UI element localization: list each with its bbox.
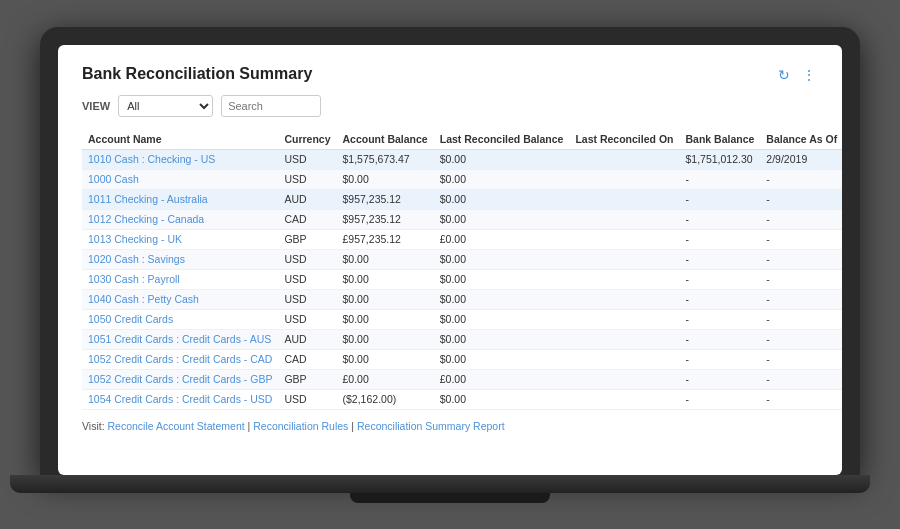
last-reconciled-balance-cell: £0.00 xyxy=(434,229,570,249)
col-last-reconciled-on: Last Reconciled On xyxy=(569,129,679,150)
last-reconciled-balance-cell: $0.00 xyxy=(434,349,570,369)
account-balance-cell: $957,235.12 xyxy=(337,189,434,209)
account-balance-cell: £957,235.12 xyxy=(337,229,434,249)
last-reconciled-balance-cell: $0.00 xyxy=(434,329,570,349)
balance-as-of-cell: - xyxy=(760,309,842,329)
refresh-button[interactable]: ↻ xyxy=(776,65,792,85)
account-name-link[interactable]: 1052 Credit Cards : Credit Cards - GBP xyxy=(88,373,272,385)
account-name-link[interactable]: 1011 Checking - Australia xyxy=(88,193,208,205)
table-row: 1000 CashUSD$0.00$0.00--- xyxy=(82,169,842,189)
bank-balance-cell: - xyxy=(679,349,760,369)
account-balance-cell: $0.00 xyxy=(337,329,434,349)
bank-balance-cell: - xyxy=(679,169,760,189)
account-name-link[interactable]: 1052 Credit Cards : Credit Cards - CAD xyxy=(88,353,272,365)
currency-cell: GBP xyxy=(278,369,336,389)
bank-balance-cell: - xyxy=(679,309,760,329)
last-reconciled-on-cell xyxy=(569,169,679,189)
last-reconciled-on-cell xyxy=(569,389,679,409)
account-balance-cell: £0.00 xyxy=(337,369,434,389)
last-reconciled-on-cell xyxy=(569,289,679,309)
view-select[interactable]: All Unreconciled Reconciled xyxy=(118,95,213,117)
table-row: 1051 Credit Cards : Credit Cards - AUSAU… xyxy=(82,329,842,349)
balance-as-of-cell: - xyxy=(760,289,842,309)
last-reconciled-on-cell xyxy=(569,249,679,269)
last-reconciled-on-cell xyxy=(569,329,679,349)
table-row: 1020 Cash : SavingsUSD$0.00$0.00--- xyxy=(82,249,842,269)
reconcile-account-statement-link[interactable]: Reconcile Account Statement xyxy=(107,420,244,432)
last-reconciled-on-cell xyxy=(569,369,679,389)
balance-as-of-cell: - xyxy=(760,249,842,269)
balance-as-of-cell: - xyxy=(760,269,842,289)
table-row: 1010 Cash : Checking - USUSD$1,575,673.4… xyxy=(82,149,842,169)
col-last-reconciled-balance: Last Reconciled Balance xyxy=(434,129,570,150)
currency-cell: USD xyxy=(278,289,336,309)
last-reconciled-balance-cell: $0.00 xyxy=(434,209,570,229)
account-balance-cell: $957,235.12 xyxy=(337,209,434,229)
balance-as-of-cell: - xyxy=(760,189,842,209)
col-account-balance: Account Balance xyxy=(337,129,434,150)
last-reconciled-balance-cell: $0.00 xyxy=(434,249,570,269)
currency-cell: USD xyxy=(278,169,336,189)
bank-balance-cell: - xyxy=(679,209,760,229)
last-reconciled-on-cell xyxy=(569,189,679,209)
account-balance-cell: $0.00 xyxy=(337,349,434,369)
account-balance-cell: $0.00 xyxy=(337,309,434,329)
balance-as-of-cell: - xyxy=(760,209,842,229)
table-row: 1050 Credit CardsUSD$0.00$0.00--- xyxy=(82,309,842,329)
account-name-link[interactable]: 1051 Credit Cards : Credit Cards - AUS xyxy=(88,333,271,345)
col-account-name: Account Name xyxy=(82,129,278,150)
last-reconciled-balance-cell: $0.00 xyxy=(434,309,570,329)
table-row: 1040 Cash : Petty CashUSD$0.00$0.00--- xyxy=(82,289,842,309)
balance-as-of-cell: - xyxy=(760,369,842,389)
last-reconciled-balance-cell: $0.00 xyxy=(434,269,570,289)
page-title: Bank Reconciliation Summary xyxy=(82,65,312,83)
account-name-link[interactable]: 1040 Cash : Petty Cash xyxy=(88,293,199,305)
balance-as-of-cell: 2/9/2019 xyxy=(760,149,842,169)
last-reconciled-balance-cell: $0.00 xyxy=(434,169,570,189)
balance-as-of-cell: - xyxy=(760,329,842,349)
account-name-link[interactable]: 1050 Credit Cards xyxy=(88,313,173,325)
table-row: 1054 Credit Cards : Credit Cards - USDUS… xyxy=(82,389,842,409)
reconciliation-table: Account Name Currency Account Balance La… xyxy=(82,129,842,410)
account-balance-cell: $0.00 xyxy=(337,289,434,309)
currency-cell: AUD xyxy=(278,189,336,209)
last-reconciled-on-cell xyxy=(569,269,679,289)
view-label: VIEW xyxy=(82,100,110,112)
currency-cell: USD xyxy=(278,249,336,269)
bank-balance-cell: - xyxy=(679,289,760,309)
account-name-link[interactable]: 1000 Cash xyxy=(88,173,139,185)
account-balance-cell: $0.00 xyxy=(337,249,434,269)
last-reconciled-on-cell xyxy=(569,149,679,169)
account-name-link[interactable]: 1010 Cash : Checking - US xyxy=(88,153,215,165)
footer-label: Visit: xyxy=(82,420,107,432)
last-reconciled-balance-cell: $0.00 xyxy=(434,289,570,309)
table-row: 1011 Checking - AustraliaAUD$957,235.12$… xyxy=(82,189,842,209)
bank-balance-cell: - xyxy=(679,189,760,209)
reconciliation-summary-report-link[interactable]: Reconciliation Summary Report xyxy=(357,420,505,432)
table-row: 1013 Checking - UKGBP£957,235.12£0.00--- xyxy=(82,229,842,249)
bank-balance-cell: - xyxy=(679,249,760,269)
account-name-link[interactable]: 1013 Checking - UK xyxy=(88,233,182,245)
footer-links: Visit: Reconcile Account Statement | Rec… xyxy=(82,420,818,432)
account-balance-cell: $1,575,673.47 xyxy=(337,149,434,169)
account-name-link[interactable]: 1054 Credit Cards : Credit Cards - USD xyxy=(88,393,272,405)
reconciliation-rules-link[interactable]: Reconciliation Rules xyxy=(253,420,348,432)
account-name-link[interactable]: 1012 Checking - Canada xyxy=(88,213,204,225)
currency-cell: USD xyxy=(278,309,336,329)
last-reconciled-balance-cell: $0.00 xyxy=(434,389,570,409)
currency-cell: USD xyxy=(278,389,336,409)
balance-as-of-cell: - xyxy=(760,229,842,249)
last-reconciled-balance-cell: $0.00 xyxy=(434,149,570,169)
account-name-link[interactable]: 1030 Cash : Payroll xyxy=(88,273,180,285)
balance-as-of-cell: - xyxy=(760,349,842,369)
table-row: 1052 Credit Cards : Credit Cards - CADCA… xyxy=(82,349,842,369)
col-bank-balance: Bank Balance xyxy=(679,129,760,150)
search-input[interactable] xyxy=(221,95,321,117)
more-options-button[interactable]: ⋮ xyxy=(800,65,818,85)
account-balance-cell: $0.00 xyxy=(337,169,434,189)
account-balance-cell: ($2,162.00) xyxy=(337,389,434,409)
account-name-link[interactable]: 1020 Cash : Savings xyxy=(88,253,185,265)
account-balance-cell: $0.00 xyxy=(337,269,434,289)
col-balance-as-of: Balance As Of xyxy=(760,129,842,150)
bank-balance-cell: - xyxy=(679,389,760,409)
